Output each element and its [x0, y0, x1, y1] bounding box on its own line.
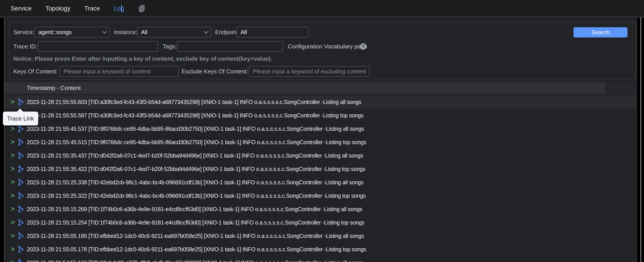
expand-arrow-icon[interactable]: > — [11, 219, 15, 226]
log-page: Service Topology Trace Log Service: agen… — [0, 0, 644, 262]
trace-link-tooltip: Trace Link — [3, 112, 38, 126]
log-row[interactable]: > 2023-11-28 21:55:05.178 [TID:efbbed12-… — [5, 242, 636, 256]
trace-link-icon[interactable] — [18, 179, 24, 186]
log-text: 2023-11-28 21:55:45.537 [TID:9f0766dc-ce… — [27, 126, 364, 132]
expand-arrow-icon[interactable]: > — [11, 152, 15, 159]
expand-arrow-icon[interactable]: > — [11, 246, 15, 252]
instance-select-value: All — [141, 29, 148, 36]
log-text: 2023-11-28 21:55:15.254 [TID:1f74b0c6-a3… — [27, 219, 364, 226]
log-text: 2023-11-28 21:55:15.269 [TID:1f74b0c6-a3… — [27, 206, 362, 212]
expand-arrow-icon[interactable]: > — [11, 179, 15, 186]
notice-text: Notice: Please press Enter after inputti… — [14, 55, 272, 62]
service-select[interactable]: agent::songs — [34, 27, 110, 38]
instance-select[interactable]: All — [137, 27, 211, 38]
configuration-vocabulary-link[interactable]: Configuration Vocabulary page — [288, 41, 367, 52]
trace-link-icon[interactable] — [18, 152, 24, 159]
nav-item-log[interactable]: Log — [114, 5, 124, 12]
trace-link-icon[interactable] — [18, 98, 24, 106]
log-table-header: Timestamp - Content — [5, 82, 636, 94]
endpoint-input[interactable] — [236, 27, 309, 38]
chevron-down-icon — [102, 29, 107, 34]
log-text: 2023-11-28 21:55:25.322 [TID:42ebd2cb-98… — [27, 192, 366, 199]
endpoint-label: Endpoint: — [215, 27, 240, 38]
nav-item-topology[interactable]: Topology — [45, 5, 70, 12]
log-row[interactable]: > 2023-11-28 21:55:55.603 [TID:a30fc3ed-… — [5, 95, 636, 109]
filter-panel: Service: agent::songs Instance: All Endp… — [9, 22, 636, 80]
trace-id-input[interactable] — [38, 41, 158, 52]
trace-link-icon[interactable] — [18, 138, 24, 146]
log-row[interactable]: > 2023-11-28 21:55:35.437 [TID:d042f2a6-… — [5, 149, 636, 162]
expand-arrow-icon[interactable]: > — [11, 206, 15, 212]
timestamp-content-header: Timestamp - Content — [5, 82, 605, 94]
log-text: 2023-11-28 21:55:35.437 [TID:d042f2a6-07… — [27, 152, 363, 159]
log-text: 2023-11-28 21:55:55.587 [TID:a30fc3ed-fc… — [27, 112, 364, 119]
top-nav: Service Topology Trace Log — [0, 0, 644, 18]
keys-of-content-label: Keys Of Content: — [14, 66, 58, 77]
expand-arrow-icon[interactable]: > — [11, 165, 15, 172]
log-row[interactable]: > 2023-11-28 21:55:15.269 [TID:1f74b0c6-… — [5, 202, 636, 216]
log-text: 2023-11-28 21:55:05.195 [TID:efbbed12-1d… — [27, 233, 364, 239]
trace-link-icon[interactable] — [18, 219, 24, 226]
log-row[interactable]: > 2023-11-28 21:55:35.422 [TID:d042f2a6-… — [5, 162, 636, 176]
trace-link-icon[interactable] — [18, 125, 24, 132]
keys-of-content-input[interactable] — [60, 66, 179, 77]
trace-link-icon[interactable] — [18, 165, 24, 172]
copy-icon[interactable] — [138, 4, 146, 13]
trace-link-icon[interactable] — [18, 232, 24, 240]
log-text: 2023-11-28 21:55:05.178 [TID:efbbed12-1d… — [27, 246, 366, 253]
service-label: Service: — [14, 27, 34, 38]
log-text: 2023-11-28 21:55:45.515 [TID:9f0766dc-ce… — [27, 139, 366, 146]
log-row[interactable]: > 2023-11-28 21:55:25.322 [TID:42ebd2cb-… — [5, 189, 636, 202]
help-icon[interactable]: ? — [360, 43, 366, 50]
log-text: 2023-11-28 21:54:55.160 [TID:82abdc92-a8… — [27, 260, 362, 262]
trace-link-icon[interactable] — [18, 192, 24, 199]
expand-arrow-icon[interactable]: > — [11, 232, 15, 239]
instance-label: Instance: — [114, 27, 138, 38]
chevron-down-icon — [204, 29, 208, 34]
log-list: > 2023-11-28 21:55:55.603 [TID:a30fc3ed-… — [5, 95, 636, 262]
log-row[interactable]: > 2023-11-28 21:55:05.195 [TID:efbbed12-… — [5, 229, 636, 242]
log-text: 2023-11-28 21:55:25.338 [TID:42ebd2cb-98… — [27, 179, 364, 186]
service-select-value: agent::songs — [38, 29, 72, 36]
scrollbar[interactable] — [640, 0, 641, 262]
tooltip-text: Trace Link — [7, 115, 34, 122]
trace-id-label: Trace ID: — [14, 41, 37, 52]
panel-right-border — [636, 18, 637, 262]
log-row[interactable]: > 2023-11-28 21:55:45.515 [TID:9f0766dc-… — [5, 136, 636, 149]
expand-arrow-icon[interactable]: > — [11, 125, 15, 132]
text-cursor — [121, 5, 122, 12]
tags-label: Tags: — [163, 41, 176, 52]
trace-link-icon[interactable] — [18, 246, 24, 253]
log-row[interactable]: > 2023-11-28 21:55:15.254 [TID:1f74b0c6-… — [5, 216, 636, 229]
trace-link-icon[interactable] — [18, 206, 24, 213]
nav-item-service[interactable]: Service — [11, 5, 32, 12]
log-text: 2023-11-28 21:55:55.603 [TID:a30fc3ed-fc… — [27, 99, 361, 105]
exclude-keys-label: Exclude Keys Of Content: — [182, 66, 248, 77]
nav-item-trace[interactable]: Trace — [84, 5, 100, 12]
expand-arrow-icon[interactable]: > — [11, 138, 15, 145]
nav-item-log-label: Log — [114, 5, 124, 12]
expand-arrow-icon[interactable]: > — [11, 98, 15, 105]
expand-arrow-icon[interactable]: > — [11, 192, 15, 199]
log-row[interactable]: > 2023-11-28 21:55:55.587 [TID:a30fc3ed-… — [5, 109, 636, 122]
log-row[interactable]: > 2023-11-28 21:54:55.160 [TID:82abdc92-… — [5, 256, 636, 262]
log-row[interactable]: > 2023-11-28 21:55:25.338 [TID:42ebd2cb-… — [5, 176, 636, 189]
expand-arrow-icon[interactable]: > — [11, 259, 15, 262]
log-row[interactable]: > 2023-11-28 21:55:45.537 [TID:9f0766dc-… — [5, 122, 636, 136]
trace-link-icon[interactable] — [18, 259, 24, 262]
tags-input[interactable] — [177, 41, 283, 52]
exclude-keys-input[interactable] — [249, 66, 370, 77]
search-button[interactable]: Search — [574, 27, 628, 38]
log-text: 2023-11-28 21:55:35.422 [TID:d042f2a6-07… — [27, 166, 365, 172]
